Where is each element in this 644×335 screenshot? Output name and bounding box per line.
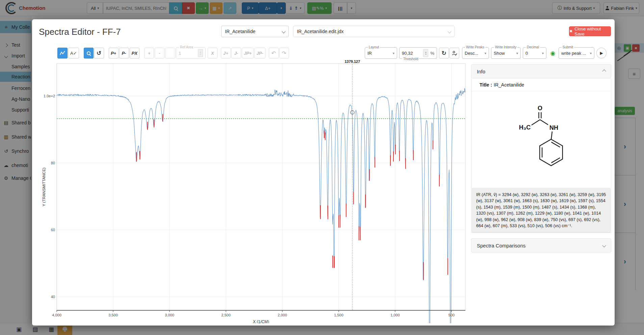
caret-down-icon: ▾ — [590, 51, 592, 55]
zoom-icon — [87, 51, 91, 55]
spectrum-select[interactable]: IR_Acetanilide — [221, 26, 289, 37]
jp-add-button: JP+ — [242, 48, 254, 58]
close-without-save-button[interactable]: ✖Close without Save — [569, 26, 611, 36]
spectra-editor-modal: Spectra Editor - FF-7 IR_Acetanilide IR_… — [32, 19, 615, 326]
line-chart-icon — [59, 50, 66, 56]
chevron-down-icon — [602, 244, 606, 247]
chart-toolbar-right: Layout IR ▾ Threshold 90,32 ▴▾ % ↻ Write… — [365, 47, 607, 59]
integral-value-input — [165, 48, 175, 58]
spectrum-title-row: Title : IR_Acetanilide — [471, 78, 611, 91]
amide-label: NH — [549, 124, 558, 131]
spectrum-curve — [57, 88, 465, 324]
predict-button[interactable] — [449, 48, 459, 58]
ref-area-fieldset: Ref Area 1 ▴▾ — [176, 47, 206, 59]
submit-select[interactable]: Submit write peak ... ▾ — [559, 47, 594, 59]
ref-area-spinner: ▴▾ — [198, 49, 203, 57]
cursor[interactable]: 1379.127 — [344, 60, 360, 310]
svg-text:1,500: 1,500 — [334, 313, 343, 317]
target-button[interactable]: ◉ — [548, 50, 557, 57]
svg-text:3,000: 3,000 — [165, 313, 174, 317]
threshold-spinner[interactable]: ▴▾ — [423, 49, 428, 57]
caret-down-icon: ▾ — [485, 51, 486, 55]
j-remove-button: J- — [231, 48, 241, 58]
caret-down-icon: ▾ — [393, 51, 394, 55]
plot-border — [57, 64, 465, 310]
grid-lines — [57, 64, 465, 310]
a-check-icon: A✓ — [70, 51, 77, 56]
write-intensity-select[interactable]: Write Intensity Show ▾ — [491, 47, 521, 59]
oxygen-label: O — [537, 105, 542, 112]
caret-down-icon: ▾ — [542, 51, 544, 55]
svg-text:1.0e+2: 1.0e+2 — [44, 94, 55, 98]
chevron-down-icon — [282, 29, 285, 33]
undo-icon: ↶ — [271, 50, 276, 56]
peak-clear-button[interactable]: PX — [130, 48, 139, 58]
chevron-up-icon — [602, 69, 606, 73]
chart-toolbar-left: A✓ ↺ P+ P- PX + - Ref Area 1 ▴▾ X J+ J- … — [57, 47, 290, 59]
peak-label-button[interactable]: A✓ — [68, 48, 79, 58]
y-axis: 1.0e+2806040Y (TRANSMITTANCE) — [42, 94, 55, 299]
threshold-unit: % — [430, 51, 434, 56]
close-icon: ✖ — [569, 29, 572, 33]
svg-text:X (1/CM): X (1/CM) — [253, 319, 269, 323]
person-check-icon — [452, 51, 457, 56]
svg-text:1,000: 1,000 — [390, 313, 400, 317]
chevron-down-icon — [447, 29, 451, 33]
play-icon: ▶ — [600, 51, 603, 55]
svg-text:1379.127: 1379.127 — [344, 60, 360, 64]
redo-button: ↷ — [279, 48, 289, 58]
modal-title: Spectra Editor - FF-7 — [39, 27, 121, 37]
integral-remove-button: - — [155, 48, 164, 58]
svg-text:Y (TRANSMITTANCE): Y (TRANSMITTANCE) — [42, 167, 46, 206]
svg-text:4,000: 4,000 — [52, 313, 61, 317]
molecule-structure: O H₃C NH — [497, 97, 585, 182]
svg-text:2,500: 2,500 — [221, 313, 231, 317]
peak-markers — [136, 114, 451, 323]
svg-text:3,500: 3,500 — [108, 313, 118, 317]
reset-zoom-icon: ↺ — [97, 50, 101, 57]
threshold-input[interactable]: 90,32 — [402, 51, 421, 56]
spectrum-chart-svg[interactable]: 1379.1274,0003,5003,0002,5002,0001,5001,… — [41, 60, 469, 323]
info-body: Title : IR_Acetanilide — [471, 78, 611, 233]
x-axis: 4,0003,5003,0002,5002,0001,5001,000500X … — [52, 310, 465, 323]
ref-area-input: 1 — [179, 51, 196, 56]
spectra-comparisons-header[interactable]: Spectra Comparisons — [471, 238, 611, 253]
peak-remove-button[interactable]: P- — [119, 48, 129, 58]
zoom-select-button[interactable] — [84, 48, 94, 58]
redo-icon: ↷ — [282, 50, 286, 56]
svg-text:2,000: 2,000 — [278, 313, 287, 317]
j-add-button: J+ — [221, 48, 231, 58]
caret-down-icon: ▾ — [516, 51, 518, 55]
submit-play-button[interactable]: ▶ — [596, 48, 607, 58]
jp-remove-button: JP- — [254, 48, 265, 58]
info-panel: Info Title : IR_Acetanilide — [471, 64, 611, 253]
molecule-area: O H₃C NH — [471, 91, 611, 188]
line-chart-mode-button[interactable] — [57, 48, 68, 58]
svg-text:500: 500 — [448, 313, 455, 317]
undo-button: ↶ — [269, 48, 279, 58]
decimal-select[interactable]: Decimal 0 ▾ — [523, 47, 546, 59]
svg-text:80: 80 — [51, 161, 55, 165]
threshold-fieldset: Threshold 90,32 ▴▾ % — [399, 47, 437, 59]
layout-select[interactable]: Layout IR ▾ — [365, 47, 397, 59]
ref-area-clear-button: X — [208, 48, 217, 58]
write-peaks-select[interactable]: Write Peaks Desc... ▾ — [462, 47, 489, 59]
info-accordion-header[interactable]: Info — [471, 64, 611, 78]
reset-zoom-button[interactable]: ↺ — [94, 48, 104, 58]
spectrum-chart[interactable]: 1379.1274,0003,5003,0002,5002,0001,5001,… — [41, 60, 469, 323]
ir-peaks-text: IR (ATR, ṽ) = 3294 (w), 3292 (w), 3263 (… — [472, 188, 611, 233]
integral-add-button: + — [144, 48, 154, 58]
peak-add-button[interactable]: P+ — [109, 48, 119, 58]
svg-text:60: 60 — [51, 228, 55, 232]
svg-text:40: 40 — [51, 295, 55, 299]
refresh-button[interactable]: ↻ — [439, 48, 449, 58]
refresh-icon: ↻ — [441, 50, 446, 57]
target-icon: ◉ — [550, 50, 556, 56]
file-select[interactable]: IR_Acetanilide.edit.jdx — [293, 26, 455, 37]
methyl-label: H₃C — [519, 124, 530, 131]
